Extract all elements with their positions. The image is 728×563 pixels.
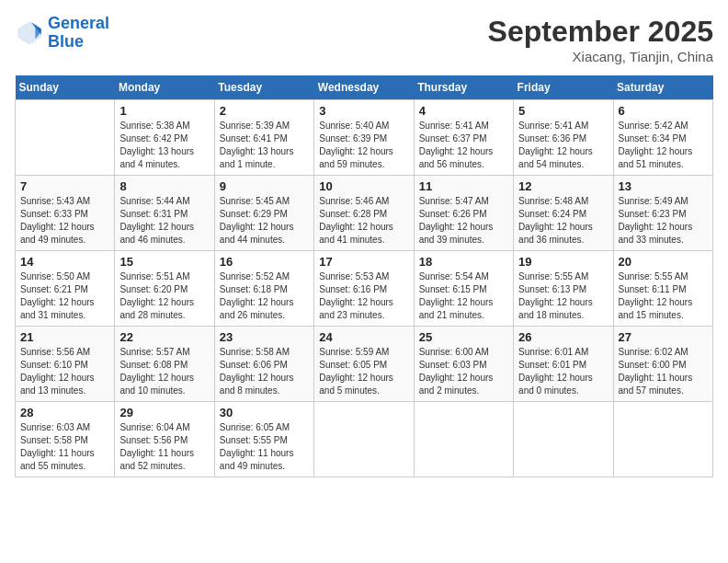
day-info: Sunrise: 5:56 AM Sunset: 6:10 PM Dayligh… [20, 346, 109, 397]
day-info: Sunrise: 5:43 AM Sunset: 6:33 PM Dayligh… [20, 195, 109, 247]
day-info: Sunrise: 6:05 AM Sunset: 5:55 PM Dayligh… [220, 421, 309, 473]
day-number: 23 [220, 330, 309, 344]
day-info: Sunrise: 6:02 AM Sunset: 6:00 PM Dayligh… [619, 346, 708, 397]
day-number: 17 [319, 255, 408, 269]
day-number: 2 [220, 104, 309, 118]
day-number: 29 [119, 406, 209, 419]
title-block: September 2025 Xiacang, Tianjin, China [488, 15, 713, 64]
day-number: 28 [20, 406, 109, 419]
day-number: 27 [619, 330, 708, 344]
logo-line1: General [48, 14, 109, 32]
calendar-cell: 30Sunrise: 6:05 AM Sunset: 5:55 PM Dayli… [214, 402, 313, 477]
logo-line2: Blue [48, 33, 109, 52]
day-info: Sunrise: 5:57 AM Sunset: 6:08 PM Dayligh… [119, 346, 209, 397]
calendar-cell: 3Sunrise: 5:40 AM Sunset: 6:39 PM Daylig… [314, 100, 414, 176]
calendar-cell: 13Sunrise: 5:49 AM Sunset: 6:23 PM Dayli… [613, 176, 712, 251]
day-number: 1 [119, 104, 209, 118]
day-info: Sunrise: 5:40 AM Sunset: 6:39 PM Dayligh… [319, 120, 408, 171]
calendar-cell: 9Sunrise: 5:45 AM Sunset: 6:29 PM Daylig… [214, 176, 313, 251]
calendar-cell: 18Sunrise: 5:54 AM Sunset: 6:15 PM Dayli… [414, 251, 513, 327]
day-info: Sunrise: 5:41 AM Sunset: 6:37 PM Dayligh… [419, 120, 508, 171]
day-number: 25 [419, 330, 508, 344]
day-info: Sunrise: 5:54 AM Sunset: 6:15 PM Dayligh… [419, 270, 508, 322]
day-header-tuesday: Tuesday [214, 75, 313, 100]
location: Xiacang, Tianjin, China [488, 49, 713, 64]
day-number: 21 [20, 330, 109, 344]
month-title: September 2025 [488, 15, 713, 49]
day-header-saturday: Saturday [613, 75, 712, 100]
calendar-cell [16, 100, 115, 176]
calendar-cell: 28Sunrise: 6:03 AM Sunset: 5:58 PM Dayli… [16, 402, 115, 477]
calendar-cell [314, 402, 414, 477]
day-info: Sunrise: 5:49 AM Sunset: 6:23 PM Dayligh… [619, 195, 708, 247]
day-info: Sunrise: 5:55 AM Sunset: 6:13 PM Dayligh… [518, 270, 608, 322]
day-number: 9 [220, 179, 309, 193]
day-info: Sunrise: 5:44 AM Sunset: 6:31 PM Dayligh… [119, 195, 209, 247]
calendar-cell: 8Sunrise: 5:44 AM Sunset: 6:31 PM Daylig… [115, 176, 214, 251]
day-number: 7 [20, 179, 109, 193]
day-info: Sunrise: 5:48 AM Sunset: 6:24 PM Dayligh… [518, 195, 608, 247]
calendar-cell: 15Sunrise: 5:51 AM Sunset: 6:20 PM Dayli… [115, 251, 214, 327]
day-number: 8 [119, 179, 209, 193]
calendar-cell: 27Sunrise: 6:02 AM Sunset: 6:00 PM Dayli… [613, 327, 712, 402]
week-row-5: 28Sunrise: 6:03 AM Sunset: 5:58 PM Dayli… [16, 402, 713, 477]
calendar-cell [414, 402, 513, 477]
calendar-cell: 24Sunrise: 5:59 AM Sunset: 6:05 PM Dayli… [314, 327, 414, 402]
calendar-cell: 6Sunrise: 5:42 AM Sunset: 6:34 PM Daylig… [613, 100, 712, 176]
day-number: 30 [220, 406, 309, 419]
calendar-cell: 26Sunrise: 6:01 AM Sunset: 6:01 PM Dayli… [514, 327, 613, 402]
calendar-cell: 12Sunrise: 5:48 AM Sunset: 6:24 PM Dayli… [514, 176, 613, 251]
day-info: Sunrise: 5:47 AM Sunset: 6:26 PM Dayligh… [419, 195, 508, 247]
day-header-monday: Monday [115, 75, 214, 100]
calendar-cell: 2Sunrise: 5:39 AM Sunset: 6:41 PM Daylig… [214, 100, 313, 176]
calendar-cell [514, 402, 613, 477]
day-info: Sunrise: 5:39 AM Sunset: 6:41 PM Dayligh… [220, 120, 309, 171]
day-number: 15 [119, 255, 209, 269]
day-info: Sunrise: 5:42 AM Sunset: 6:34 PM Dayligh… [619, 120, 708, 171]
day-header-friday: Friday [514, 75, 613, 100]
calendar-cell: 20Sunrise: 5:55 AM Sunset: 6:11 PM Dayli… [613, 251, 712, 327]
day-number: 11 [419, 179, 508, 193]
day-info: Sunrise: 5:50 AM Sunset: 6:21 PM Dayligh… [20, 270, 109, 322]
day-info: Sunrise: 6:00 AM Sunset: 6:03 PM Dayligh… [419, 346, 508, 397]
day-header-wednesday: Wednesday [314, 75, 414, 100]
calendar-cell: 10Sunrise: 5:46 AM Sunset: 6:28 PM Dayli… [314, 176, 414, 251]
day-header-sunday: Sunday [16, 75, 115, 100]
calendar-cell: 22Sunrise: 5:57 AM Sunset: 6:08 PM Dayli… [115, 327, 214, 402]
week-row-4: 21Sunrise: 5:56 AM Sunset: 6:10 PM Dayli… [16, 327, 713, 402]
day-number: 14 [20, 255, 109, 269]
calendar-cell [613, 402, 712, 477]
day-number: 20 [619, 255, 708, 269]
week-row-3: 14Sunrise: 5:50 AM Sunset: 6:21 PM Dayli… [16, 251, 713, 327]
day-number: 16 [220, 255, 309, 269]
day-info: Sunrise: 5:51 AM Sunset: 6:20 PM Dayligh… [119, 270, 209, 322]
calendar-table: SundayMondayTuesdayWednesdayThursdayFrid… [15, 75, 713, 477]
day-info: Sunrise: 5:52 AM Sunset: 6:18 PM Dayligh… [220, 270, 309, 322]
calendar-cell: 1Sunrise: 5:38 AM Sunset: 6:42 PM Daylig… [115, 100, 214, 176]
day-header-thursday: Thursday [414, 75, 513, 100]
week-row-1: 1Sunrise: 5:38 AM Sunset: 6:42 PM Daylig… [16, 100, 713, 176]
day-number: 22 [119, 330, 209, 344]
calendar-cell: 16Sunrise: 5:52 AM Sunset: 6:18 PM Dayli… [214, 251, 313, 327]
calendar-cell: 7Sunrise: 5:43 AM Sunset: 6:33 PM Daylig… [16, 176, 115, 251]
logo: General Blue [15, 15, 109, 52]
calendar-cell: 4Sunrise: 5:41 AM Sunset: 6:37 PM Daylig… [414, 100, 513, 176]
day-number: 24 [319, 330, 408, 344]
day-info: Sunrise: 5:59 AM Sunset: 6:05 PM Dayligh… [319, 346, 408, 397]
day-info: Sunrise: 5:45 AM Sunset: 6:29 PM Dayligh… [220, 195, 309, 247]
day-number: 12 [518, 179, 608, 193]
day-number: 13 [619, 179, 708, 193]
day-number: 18 [419, 255, 508, 269]
day-number: 5 [518, 104, 608, 118]
calendar-cell: 25Sunrise: 6:00 AM Sunset: 6:03 PM Dayli… [414, 327, 513, 402]
day-info: Sunrise: 5:53 AM Sunset: 6:16 PM Dayligh… [319, 270, 408, 322]
calendar-cell: 23Sunrise: 5:58 AM Sunset: 6:06 PM Dayli… [214, 327, 313, 402]
day-number: 4 [419, 104, 508, 118]
logo-text: General Blue [48, 15, 109, 52]
day-info: Sunrise: 5:41 AM Sunset: 6:36 PM Dayligh… [518, 120, 608, 171]
day-number: 26 [518, 330, 608, 344]
calendar-cell: 14Sunrise: 5:50 AM Sunset: 6:21 PM Dayli… [16, 251, 115, 327]
calendar-cell: 5Sunrise: 5:41 AM Sunset: 6:36 PM Daylig… [514, 100, 613, 176]
calendar-cell: 11Sunrise: 5:47 AM Sunset: 6:26 PM Dayli… [414, 176, 513, 251]
day-info: Sunrise: 5:55 AM Sunset: 6:11 PM Dayligh… [619, 270, 708, 322]
